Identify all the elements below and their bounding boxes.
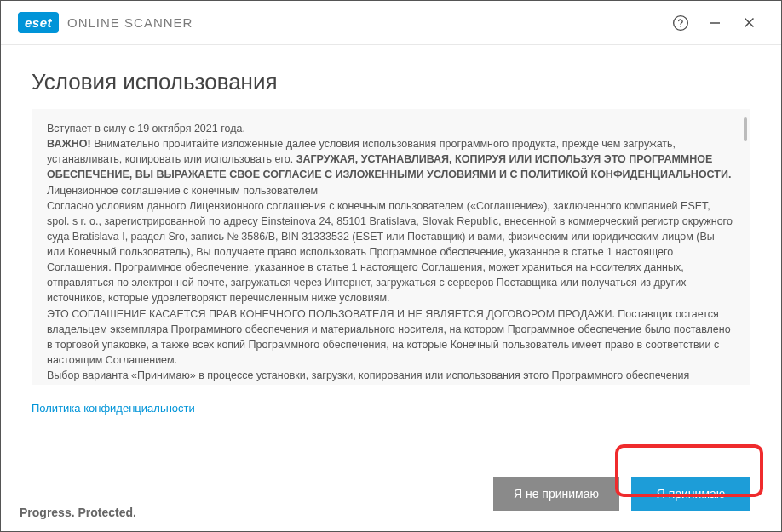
product-name: ONLINE SCANNER (67, 15, 193, 30)
app-window: eset ONLINE SCANNER Условия использовани… (0, 0, 782, 532)
close-icon[interactable] (732, 6, 766, 40)
terms-text: Вступает в силу с 19 октября 2021 года. … (47, 121, 735, 385)
privacy-policy-link[interactable]: Политика конфиденциальности (32, 402, 750, 415)
scrollbar-thumb[interactable] (744, 117, 747, 141)
minimize-icon[interactable] (698, 6, 732, 40)
page-title: Условия использования (32, 69, 750, 95)
decline-button[interactable]: Я не принимаю (493, 477, 619, 511)
terms-para1: Согласно условиям данного Лицензионного … (47, 198, 735, 306)
accept-button[interactable]: Я принимаю (631, 477, 750, 511)
terms-important: ВАЖНО! Внимательно прочитайте изложенные… (47, 136, 735, 182)
svg-point-1 (680, 26, 681, 26)
tagline: Progress. Protected. (20, 506, 136, 519)
terms-para3: Выбор варианта «Принимаю» в процессе уст… (47, 368, 735, 385)
titlebar: eset ONLINE SCANNER (1, 1, 781, 45)
brand-logo: eset (18, 12, 59, 33)
svg-point-0 (674, 15, 688, 30)
terms-eula-title: Лицензионное соглашение с конечным польз… (47, 183, 735, 198)
footer: Я не принимаю Я принимаю Progress. Prote… (1, 456, 781, 531)
terms-effective-date: Вступает в силу с 19 октября 2021 года. (47, 121, 735, 136)
terms-para2: ЭТО СОГЛАШЕНИЕ КАСАЕТСЯ ПРАВ КОНЕЧНОГО П… (47, 306, 735, 369)
help-icon[interactable] (664, 6, 698, 40)
content-area: Условия использования Вступает в силу с … (1, 45, 781, 456)
terms-textbox[interactable]: Вступает в силу с 19 октября 2021 года. … (32, 109, 750, 385)
